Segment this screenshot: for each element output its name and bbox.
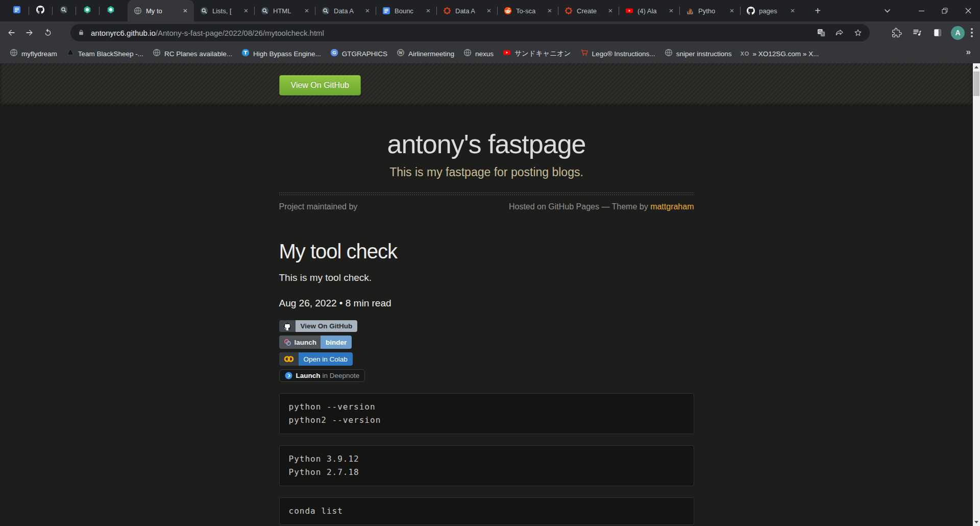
tab-close-icon[interactable]: × (241, 6, 251, 15)
binder-badge[interactable]: launchbinder (279, 336, 352, 349)
bookmark-item[interactable]: sniper instructions (660, 47, 737, 60)
tab-search-chevron-icon[interactable] (877, 0, 897, 21)
detective-icon (322, 7, 330, 15)
reddit-icon (504, 7, 512, 15)
badge-label-rest: in Deepnote (323, 372, 360, 379)
reload-button[interactable] (41, 26, 55, 40)
browser-toolbar: antonyrc6.github.io/Antony-s-fast-page/2… (0, 21, 980, 44)
bookmark-label: sniper instructions (676, 50, 732, 58)
tab-close-icon[interactable]: × (181, 6, 190, 15)
pinned-tab[interactable] (5, 0, 29, 21)
tab-html[interactable]: HTML× (255, 0, 315, 21)
dashed-divider (279, 193, 694, 195)
view-on-github-header-button[interactable]: View On GitHub (279, 75, 361, 95)
pinned-tab[interactable] (29, 0, 52, 21)
url-path: /Antony-s-fast-page/2022/08/26/mytoolche… (156, 29, 324, 37)
bookmark-label: Team BlackSheep -... (78, 50, 143, 58)
page-header-band: View On GitHub (0, 63, 973, 106)
scrollbar-thumb[interactable] (973, 71, 979, 96)
bookmark-item[interactable]: myflydream (5, 47, 62, 60)
scrollbar-down-arrow[interactable] (974, 521, 978, 523)
cart-icon (580, 49, 589, 59)
lock-icon (78, 29, 86, 37)
g-circle-icon: G (330, 49, 338, 59)
code-block: Python 3.9.12 Python 2.7.18 (279, 445, 694, 486)
forward-button[interactable] (22, 26, 37, 40)
globe-icon (134, 7, 142, 15)
stackoverflow-icon (686, 7, 694, 15)
tab-close-icon[interactable]: × (788, 6, 797, 15)
tab-close-icon[interactable]: × (545, 6, 554, 15)
page-scrollbar[interactable] (973, 63, 980, 526)
tab-lists-[interactable]: Lists, [× (194, 0, 255, 21)
bookmark-item[interactable]: RC Planes available... (148, 47, 237, 60)
bookmark-item[interactable]: High Bypass Engine... (237, 47, 326, 60)
bookmarks-overflow-chevron[interactable]: » (966, 47, 971, 57)
tab-close-icon[interactable]: × (363, 6, 372, 15)
url-domain: antonyrc6.github.io (91, 29, 156, 37)
pinned-tab[interactable] (76, 0, 99, 21)
sidepanel-extension-icon[interactable] (930, 26, 945, 40)
tab-data-a[interactable]: Data A× (437, 0, 498, 21)
colab-badge[interactable]: Open in Colab (279, 352, 353, 366)
detective-icon (261, 7, 269, 15)
youtube-icon (503, 49, 511, 59)
tab-list: My to×Lists, [×HTML×Data A×Bounc×Data A×… (128, 0, 801, 21)
bookmark-item[interactable]: nexus (459, 47, 498, 60)
playlist-extension-icon[interactable] (910, 26, 924, 40)
tab-my-to[interactable]: My to× (128, 0, 194, 21)
tab-pytho[interactable]: Pytho× (680, 0, 741, 21)
tab-close-icon[interactable]: × (606, 6, 615, 15)
github-badge[interactable]: View On GitHub (279, 320, 358, 332)
tab-to-sca[interactable]: To-sca× (498, 0, 558, 21)
deepnote-badge[interactable]: Launchin Deepnote (279, 369, 365, 382)
bookmark-item[interactable]: WAirlinermeeting (392, 47, 459, 60)
translate-icon[interactable]: G (815, 26, 828, 39)
tab-data-a[interactable]: Data A× (315, 0, 376, 21)
bookmark-item[interactable]: Team BlackSheep -... (62, 47, 148, 60)
bookmark-label: nexus (475, 50, 494, 58)
tab-close-icon[interactable]: × (667, 6, 676, 15)
chrome-menu-icon[interactable] (971, 28, 973, 37)
share-icon[interactable] (833, 26, 846, 39)
tab-title: Pytho (698, 7, 727, 15)
back-button[interactable] (4, 26, 18, 40)
tab-close-icon[interactable]: × (727, 6, 737, 15)
tab-title: Lists, [ (212, 7, 241, 15)
tab-close-icon[interactable]: × (484, 6, 494, 15)
bookmark-star-icon[interactable] (851, 26, 865, 39)
extensions-puzzle-icon[interactable] (890, 26, 904, 40)
tab-bounc[interactable]: Bounc× (376, 0, 437, 21)
web-page: View On GitHub antony's fastpage This is… (0, 63, 973, 526)
github-icon (747, 7, 755, 15)
bookmark-item[interactable]: サンドキャニオン (498, 47, 576, 60)
scrollbar-up-arrow[interactable] (974, 66, 978, 68)
tab-close-icon[interactable]: × (424, 6, 433, 15)
badge-label: binder (321, 336, 352, 349)
tab-close-icon[interactable]: × (302, 6, 311, 15)
profile-avatar[interactable]: A (951, 26, 965, 40)
new-tab-button[interactable]: + (811, 4, 825, 18)
bookmark-item[interactable]: GGTGRAPHICS (326, 47, 392, 60)
pinned-tab[interactable] (99, 0, 122, 21)
close-window-button[interactable] (957, 0, 980, 21)
tab--4-ala[interactable]: (4) Ala× (619, 0, 680, 21)
tab-title: (4) Ala (638, 7, 667, 15)
bookmark-item[interactable]: XO» XO12SG.com » X... (736, 47, 823, 60)
tab-pages[interactable]: pages× (741, 0, 801, 21)
svg-text:W: W (399, 50, 403, 55)
tab-title: To-sca (516, 7, 545, 15)
tab-strip: My to×Lists, [×HTML×Data A×Bounc×Data A×… (0, 0, 980, 21)
mattgraham-link[interactable]: mattgraham (650, 202, 694, 211)
hexagon-badge-icon (107, 6, 115, 16)
pinned-tab[interactable] (52, 0, 76, 21)
docs-icon (382, 7, 390, 15)
restore-button[interactable] (933, 0, 957, 21)
bookmark-item[interactable]: Lego® Instructions... (576, 47, 660, 60)
address-bar[interactable]: antonyrc6.github.io/Antony-s-fast-page/2… (70, 24, 870, 41)
bookmarks-bar: myflydreamTeam BlackSheep -...RC Planes … (0, 44, 980, 63)
minimize-button[interactable] (910, 0, 933, 21)
post-meta: Aug 26, 2022 • 8 min read (279, 298, 694, 309)
tab-create[interactable]: Create× (558, 0, 619, 21)
xo-text-icon: XO (740, 51, 749, 57)
